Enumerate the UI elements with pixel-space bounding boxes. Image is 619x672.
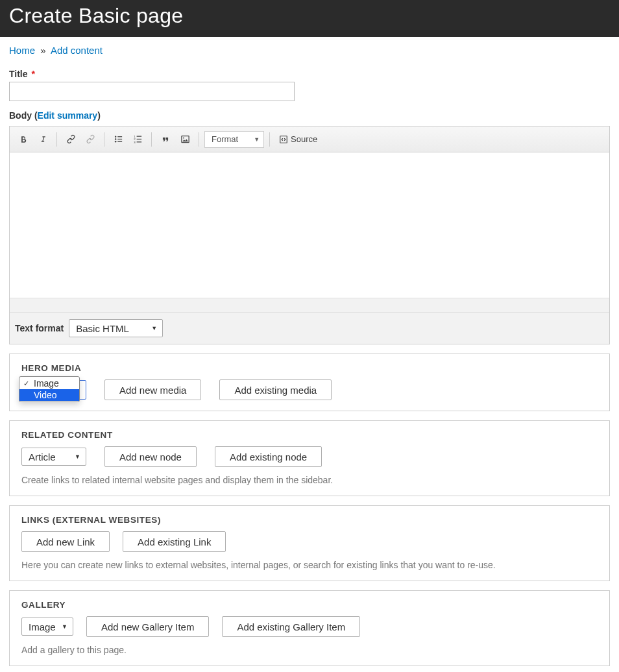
hero-option-image[interactable]: ✓ Image [19,378,79,389]
breadcrumb: Home » Add content [9,45,610,56]
rich-text-editor: 123 Format ▼ Source [9,126,610,344]
title-input[interactable] [9,82,295,101]
editor-footer-strip [10,298,609,312]
unlink-button[interactable] [82,131,99,148]
page-content: Home » Add content Title * Body (Edit su… [0,37,619,672]
bullet-list-icon [114,134,123,144]
svg-point-2 [114,138,116,140]
svg-rect-11 [136,141,141,142]
unlink-icon [86,134,95,144]
chevron-down-icon: ▼ [254,136,260,143]
add-new-media-button[interactable]: Add new media [104,379,201,400]
chevron-down-icon: ▼ [151,325,157,331]
svg-rect-5 [117,141,122,142]
svg-rect-9 [136,139,141,139]
breadcrumb-home-link[interactable]: Home [9,45,35,56]
gallery-help: Add a gallery to this page. [21,645,598,655]
text-format-row: Text format Basic HTML ▼ [10,312,609,344]
gallery-title: GALLERY [21,600,598,610]
source-button[interactable]: Source [275,131,321,148]
required-marker: * [31,69,34,79]
text-format-select[interactable]: Basic HTML ▼ [69,319,163,337]
related-content-fieldset: RELATED CONTENT Article ▼ Add new node A… [9,420,610,496]
add-existing-gallery-item-button[interactable]: Add existing Gallery Item [222,616,360,637]
toolbar-separator [151,132,152,147]
bold-button[interactable] [15,131,32,148]
body-label-text: Body [9,110,32,121]
toolbar-separator [199,132,199,147]
italic-icon [39,135,47,143]
body-label: Body (Edit summary) [9,110,101,121]
title-label-text: Title [9,69,28,79]
chevron-down-icon: ▼ [62,623,67,630]
source-icon [279,135,288,144]
breadcrumb-separator: » [40,45,45,56]
toolbar-separator [269,132,270,147]
format-dropdown-label: Format [212,134,238,144]
page-title: Create Basic page [9,4,610,28]
link-icon [66,134,76,144]
blockquote-button[interactable] [157,131,174,148]
related-content-help: Create links to related internal website… [21,475,598,485]
bold-icon [19,135,28,144]
hero-media-row: Add new media Add existing media [21,379,598,400]
source-button-label: Source [291,134,317,144]
related-content-title: RELATED CONTENT [21,430,598,440]
gallery-row: Image ▼ Add new Gallery Item Add existin… [21,616,598,637]
links-fieldset: LINKS (EXTERNAL WEBSITES) Add new Link A… [9,505,610,581]
italic-button[interactable] [34,131,51,148]
add-existing-media-button[interactable]: Add existing media [219,379,332,400]
links-title: LINKS (EXTERNAL WEBSITES) [21,515,598,525]
hero-option-video[interactable]: Video [19,389,79,401]
links-row: Add new Link Add existing Link [21,531,598,552]
check-icon: ✓ [23,379,32,388]
hero-option-video-label: Video [32,390,57,400]
hero-media-dropdown-open: ✓ Image Video [19,376,80,402]
svg-text:3: 3 [134,141,136,144]
quote-icon [161,135,170,144]
numbered-list-icon: 123 [133,134,143,144]
title-field-wrapper: Title * [9,69,610,101]
svg-rect-7 [136,136,141,137]
svg-point-0 [114,136,116,138]
edit-summary-link[interactable]: Edit summary [38,110,98,121]
toolbar-separator [56,132,57,147]
bullet-list-button[interactable] [110,131,127,148]
toolbar-separator [104,132,104,147]
body-field-wrapper: Body (Edit summary) [9,110,610,344]
text-format-label: Text format [15,323,64,333]
svg-point-4 [114,141,116,143]
hero-option-image-label: Image [32,378,59,389]
svg-rect-1 [117,136,122,137]
add-existing-node-button[interactable]: Add existing node [215,446,322,467]
related-content-row: Article ▼ Add new node Add existing node [21,446,598,467]
svg-point-13 [183,138,184,139]
links-help: Here you can create new links to externa… [21,560,598,570]
hero-media-fieldset: HERO MEDIA Add new media Add existing me… [9,354,610,411]
editor-toolbar: 123 Format ▼ Source [10,126,609,152]
numbered-list-button[interactable]: 123 [129,131,146,148]
title-label: Title * [9,69,35,79]
related-content-select[interactable]: Article ▼ [21,448,86,466]
text-format-value: Basic HTML [76,323,129,334]
image-icon [180,134,190,144]
related-content-select-value: Article [29,451,56,462]
image-button[interactable] [176,131,193,148]
svg-rect-3 [117,139,122,139]
add-new-node-button[interactable]: Add new node [104,446,197,467]
link-button[interactable] [62,131,79,148]
hero-media-title: HERO MEDIA [21,363,598,373]
breadcrumb-add-content-link[interactable]: Add content [51,45,103,56]
chevron-down-icon: ▼ [75,453,80,460]
gallery-select[interactable]: Image ▼ [21,618,73,636]
gallery-select-value: Image [29,621,56,632]
format-dropdown[interactable]: Format ▼ [204,131,264,148]
page-header: Create Basic page [0,0,619,37]
editor-body[interactable] [10,152,609,298]
add-existing-link-button[interactable]: Add existing Link [123,531,226,552]
add-new-link-button[interactable]: Add new Link [21,531,110,552]
add-new-gallery-item-button[interactable]: Add new Gallery Item [86,616,209,637]
gallery-fieldset: GALLERY Image ▼ Add new Gallery Item Add… [9,590,610,666]
